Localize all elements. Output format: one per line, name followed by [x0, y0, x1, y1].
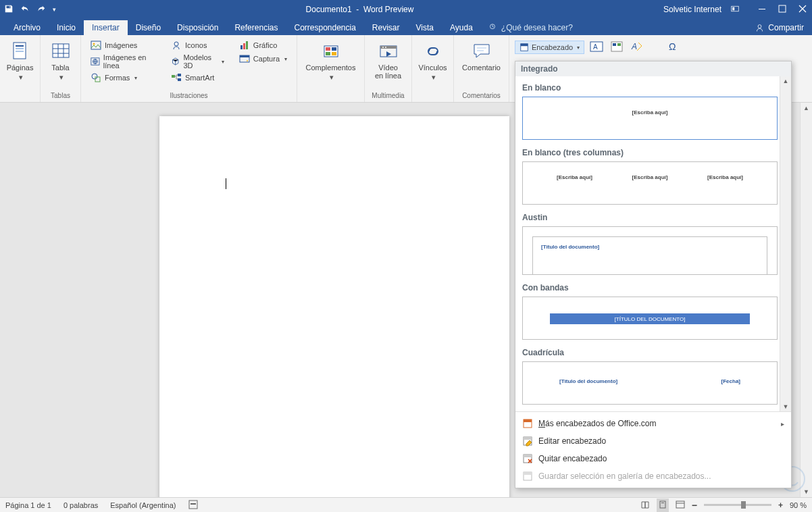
gallery-item-name-3: Con bandas — [521, 279, 786, 295]
group-label-ilustraciones: Ilustraciones — [86, 92, 291, 101]
status-words[interactable]: 0 palabras — [64, 501, 98, 509]
minimize-icon[interactable] — [758, 5, 766, 15]
gallery-scroll-down-icon[interactable]: ▼ — [783, 403, 789, 410]
svg-text:Ω: Ω — [669, 41, 676, 52]
web-layout-icon[interactable] — [676, 500, 685, 511]
group-label-comentarios: Comentarios — [459, 92, 503, 101]
zoom-out-icon[interactable]: − — [692, 500, 697, 511]
svg-rect-50 — [524, 455, 532, 457]
svg-rect-29 — [332, 47, 336, 51]
zoom-slider[interactable] — [704, 504, 771, 506]
textbox-icon[interactable]: A — [590, 41, 603, 54]
encabezado-gallery: Integrado ▲ ▼ En blanco [Escriba aquí] E… — [515, 61, 792, 488]
save-icon[interactable] — [4, 4, 14, 16]
share-button[interactable]: Compartir — [747, 20, 812, 35]
gallery-section-header: Integrado — [515, 61, 791, 76]
more-headers-office-button[interactable]: Más encabezados de Office.com ▸ — [515, 415, 791, 432]
macro-icon[interactable] — [188, 500, 198, 511]
quickparts-icon[interactable] — [610, 41, 624, 54]
redo-icon[interactable] — [36, 4, 46, 16]
svg-rect-9 — [16, 51, 24, 52]
ribbon-extra-icons: A A Ω — [590, 41, 680, 54]
svg-rect-10 — [53, 44, 69, 57]
close-icon[interactable] — [798, 5, 807, 15]
gallery-item-tres-columnas[interactable]: [Escriba aquí] [Escriba aquí] [Escriba a… — [522, 161, 778, 205]
vinculos-button[interactable]: Vínculos▾ — [417, 38, 448, 84]
tabla-button[interactable]: Tabla▾ — [46, 38, 75, 84]
placeholder-text: [Escriba aquí] — [557, 174, 592, 180]
svg-rect-56 — [661, 503, 664, 503]
vertical-scrollbar[interactable]: ▲ ▼ — [800, 103, 812, 497]
modelos-3d-button[interactable]: Modelos 3D▾ — [170, 53, 226, 70]
scroll-up-icon[interactable]: ▲ — [801, 103, 812, 113]
tab-vista[interactable]: Vista — [408, 20, 442, 35]
gallery-item-cuadricula[interactable]: [Título del documento] [Fecha] — [522, 361, 778, 405]
formas-button[interactable]: Formas▾ — [89, 72, 157, 84]
svg-point-17 — [174, 42, 178, 46]
complementos-button[interactable]: Complementos▾ — [303, 38, 359, 84]
placeholder-text: [Escriba aquí] — [707, 174, 743, 180]
gallery-item-en-blanco[interactable]: [Escriba aquí] — [522, 97, 778, 140]
encabezado-dropdown-button[interactable]: Encabezado▾ — [515, 41, 584, 54]
tell-me-search[interactable]: ¿Qué desea hacer? — [481, 20, 580, 35]
comentario-button[interactable]: Comentario — [459, 38, 503, 74]
status-language[interactable]: Español (Argentina) — [110, 501, 176, 509]
wordart-icon[interactable]: A — [630, 41, 644, 54]
chevron-right-icon: ▸ — [781, 420, 784, 428]
imagenes-en-linea-button[interactable]: Imágenes en línea — [89, 53, 157, 70]
svg-rect-3 — [779, 5, 786, 12]
video-en-linea-button[interactable]: Vídeoen línea — [370, 38, 406, 82]
gallery-item-con-bandas[interactable]: [TÍTULO DEL DOCUMENTO] — [522, 297, 778, 340]
tab-diseno[interactable]: Diseño — [128, 20, 169, 35]
placeholder-text: [Fecha] — [721, 378, 740, 384]
svg-rect-46 — [524, 419, 532, 422]
user-name[interactable]: Solvetic Internet — [663, 5, 721, 14]
svg-rect-31 — [332, 52, 336, 55]
zoom-in-icon[interactable]: + — [778, 501, 783, 510]
svg-text:A: A — [631, 42, 637, 51]
gallery-item-name-0: En blanco — [521, 79, 786, 95]
captura-button[interactable]: Captura▾ — [238, 53, 288, 65]
page[interactable] — [159, 116, 509, 497]
svg-rect-52 — [524, 472, 532, 475]
iconos-button[interactable]: Iconos — [170, 39, 226, 51]
edit-header-button[interactable]: Editar encabezado — [515, 432, 791, 450]
tab-insertar[interactable]: Insertar — [84, 20, 128, 35]
paginas-button[interactable]: Páginas▾ — [5, 38, 34, 84]
svg-point-35 — [385, 47, 386, 48]
tab-revisar[interactable]: Revisar — [364, 20, 408, 35]
svg-rect-55 — [660, 501, 665, 508]
gallery-scrollbar[interactable]: ▲ ▼ — [780, 76, 791, 411]
tab-inicio[interactable]: Inicio — [49, 20, 84, 35]
svg-rect-11 — [91, 41, 101, 49]
tab-correspondencia[interactable]: Correspondencia — [286, 20, 363, 35]
read-mode-icon[interactable] — [640, 500, 650, 511]
placeholder-text: [Título del documento] — [541, 244, 599, 250]
svg-rect-23 — [246, 41, 248, 49]
symbol-icon[interactable]: Ω — [667, 41, 680, 54]
group-label-paginas — [5, 99, 34, 101]
undo-icon[interactable] — [20, 4, 30, 16]
tab-disposicion[interactable]: Disposición — [169, 20, 226, 35]
svg-rect-28 — [326, 47, 330, 51]
gallery-scroll-up-icon[interactable]: ▲ — [783, 78, 789, 84]
status-page[interactable]: Página 1 de 1 — [5, 501, 51, 509]
imagenes-button[interactable]: Imágenes — [89, 39, 157, 51]
grafico-button[interactable]: Gráfico — [238, 39, 288, 51]
maximize-icon[interactable] — [778, 5, 786, 15]
svg-point-5 — [758, 24, 761, 28]
tab-referencias[interactable]: Referencias — [226, 20, 286, 35]
tab-archivo[interactable]: Archivo — [5, 20, 49, 35]
smartart-button[interactable]: SmartArt — [170, 72, 226, 84]
svg-rect-30 — [326, 52, 330, 55]
display-options-icon[interactable] — [731, 5, 739, 15]
save-to-gallery-button: Guardar selección en galería de encabeza… — [515, 467, 791, 485]
svg-rect-48 — [524, 437, 532, 440]
placeholder-text: [Escriba aquí] — [632, 109, 668, 116]
gallery-item-name-4: Cuadrícula — [521, 344, 786, 360]
tab-ayuda[interactable]: Ayuda — [442, 20, 481, 35]
remove-header-button[interactable]: Quitar encabezado — [515, 450, 791, 467]
print-layout-icon[interactable] — [657, 498, 669, 512]
gallery-item-austin[interactable]: [Título del documento] — [522, 226, 778, 275]
zoom-level[interactable]: 90 % — [790, 501, 807, 509]
